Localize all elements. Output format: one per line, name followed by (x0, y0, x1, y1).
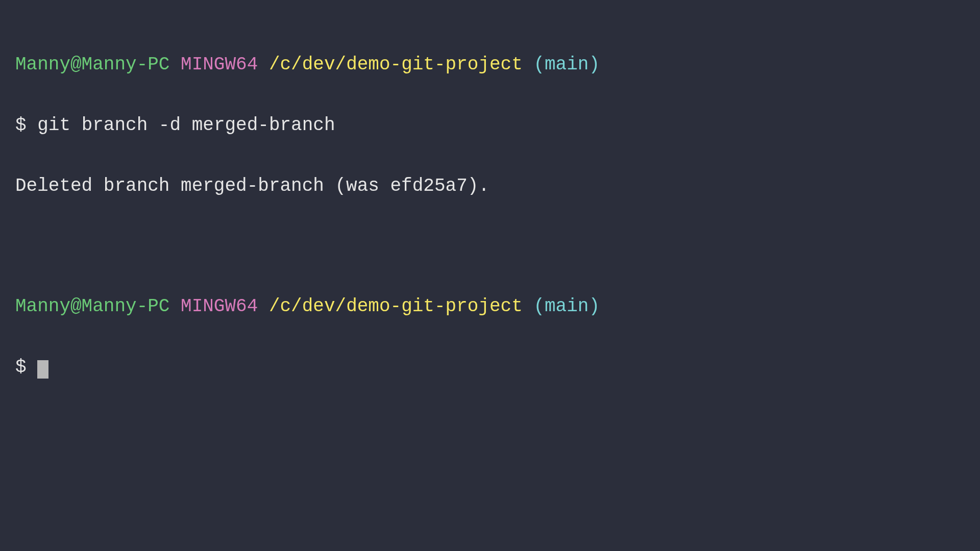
command-line-1: $ git branch -d merged-branch (15, 115, 965, 136)
prompt-symbol: $ (15, 115, 27, 136)
env-label: MINGW64 (181, 54, 258, 75)
user-host: Manny@Manny-PC (15, 54, 169, 75)
cursor-icon (37, 360, 48, 379)
output-line-1: Deleted branch merged-branch (was efd25a… (15, 176, 965, 196)
command-text: git branch -d merged-branch (37, 115, 335, 136)
git-branch: (main) (533, 54, 600, 75)
blank-line (15, 237, 965, 256)
command-line-2[interactable]: $ (15, 357, 965, 378)
prompt-symbol: $ (15, 357, 27, 378)
cwd-path: /c/dev/demo-git-project (269, 296, 523, 317)
cwd-path: /c/dev/demo-git-project (269, 54, 523, 75)
env-label: MINGW64 (181, 296, 258, 317)
prompt-line-2: Manny@Manny-PC MINGW64 /c/dev/demo-git-p… (15, 296, 965, 317)
git-branch: (main) (533, 296, 600, 317)
user-host: Manny@Manny-PC (15, 296, 169, 317)
prompt-line-1: Manny@Manny-PC MINGW64 /c/dev/demo-git-p… (15, 55, 965, 75)
terminal-window[interactable]: Manny@Manny-PC MINGW64 /c/dev/demo-git-p… (0, 0, 980, 551)
